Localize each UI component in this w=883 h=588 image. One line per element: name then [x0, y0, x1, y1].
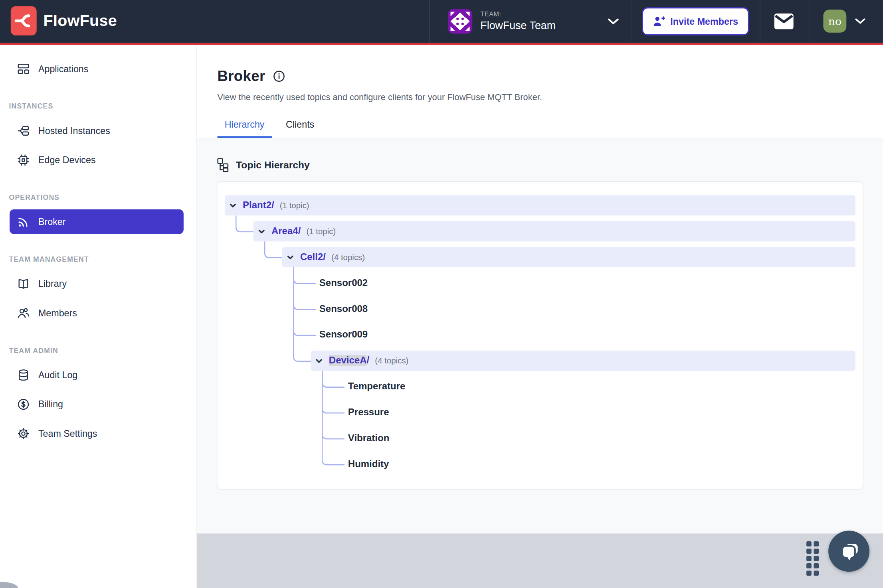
envelope-icon: [772, 11, 796, 32]
tab-bar: HierarchyClients: [218, 119, 863, 138]
applications-icon: [17, 62, 30, 75]
drag-dot: [806, 549, 812, 554]
drag-dot: [814, 556, 819, 561]
sidebar-item-applications[interactable]: Applications: [0, 56, 196, 81]
sidebar-item-label: Billing: [38, 399, 63, 409]
topic-row-temperature[interactable]: Temperature: [225, 377, 855, 397]
settings-gear-icon: [17, 427, 30, 440]
audit-log-database-icon: [17, 368, 30, 381]
drag-dot: [814, 570, 819, 576]
team-avatar-identicon: [448, 9, 473, 34]
nav-divider: [760, 0, 760, 43]
sidebar-item-hosted-instances[interactable]: Hosted Instances: [0, 118, 196, 143]
topic-row-devicea[interactable]: DeviceA/(4 topics): [225, 351, 855, 371]
sidebar-item-label: Hosted Instances: [38, 125, 110, 136]
topic-row-sensor009[interactable]: Sensor009: [225, 325, 855, 345]
topic-label: Area4/: [271, 226, 301, 237]
invite-members-label: Invite Members: [670, 16, 738, 27]
sidebar-item-label: Library: [38, 278, 67, 289]
drag-handle[interactable]: [806, 541, 819, 576]
topic-row-area4[interactable]: Area4/(1 topic): [225, 221, 855, 241]
topic-label: Cell2/: [300, 252, 326, 263]
topic-row-humidity[interactable]: Humidity: [225, 454, 855, 474]
user-plus-icon: [653, 16, 665, 27]
drag-dot: [814, 541, 819, 547]
page-header: Broker View the recently used topics and…: [197, 45, 883, 138]
app: FlowFuse TEAM: FlowFuse Team: [0, 0, 883, 588]
broker-rss-icon: [17, 215, 30, 228]
top-navbar: FlowFuse TEAM: FlowFuse Team: [0, 0, 883, 43]
chevron-down-icon[interactable]: [315, 357, 323, 365]
sidebar-item-audit-log[interactable]: Audit Log: [0, 362, 196, 387]
sidebar-item-label: Team Settings: [38, 428, 97, 439]
topic-count: (4 topics): [375, 356, 408, 365]
topic-count: (1 topic): [280, 201, 309, 210]
topic-tree: Plant2/(1 topic)Area4/(1 topic)Cell2/(4 …: [225, 195, 855, 475]
nav-divider: [809, 0, 809, 43]
chevron-down-icon[interactable]: [286, 253, 295, 261]
chat-button[interactable]: [828, 531, 869, 572]
tree-indent: [225, 247, 282, 267]
tab-hierarchy[interactable]: Hierarchy: [218, 119, 272, 138]
topic-branch-highlight: Area4/(1 topic): [253, 221, 855, 241]
flowfuse-logo-icon: [11, 6, 37, 36]
topic-row-pressure[interactable]: Pressure: [225, 403, 855, 423]
brand-name: FlowFuse: [44, 12, 117, 30]
sidebar-item-label: Members: [38, 308, 77, 318]
topic-hierarchy-card: Plant2/(1 topic)Area4/(1 topic)Cell2/(4 …: [217, 181, 863, 489]
sidebar-section-label: TEAM MANAGEMENT: [9, 255, 187, 263]
section-title: Topic Hierarchy: [236, 159, 310, 171]
sidebar-item-broker[interactable]: Broker: [10, 209, 184, 234]
user-menu[interactable]: no: [823, 10, 866, 33]
tree-indent: [225, 221, 253, 241]
topic-label: Sensor008: [319, 299, 368, 319]
topic-label: Sensor009: [319, 325, 368, 345]
topic-row-plant2[interactable]: Plant2/(1 topic): [225, 195, 855, 216]
sidebar-item-label: Applications: [38, 63, 89, 74]
sidebar-section-label: OPERATIONS: [9, 193, 187, 201]
brand[interactable]: FlowFuse: [11, 6, 117, 36]
topic-row-cell2[interactable]: Cell2/(4 topics): [225, 247, 855, 267]
chevron-down-icon[interactable]: [229, 201, 237, 209]
notifications-button[interactable]: [772, 11, 796, 32]
hierarchy-tree-icon: [217, 158, 229, 172]
topic-label: DeviceA/: [329, 355, 369, 366]
topic-label: Humidity: [348, 454, 389, 474]
topic-label: Plant2/: [243, 200, 274, 211]
drag-dot: [806, 541, 812, 547]
topic-label: Temperature: [348, 377, 405, 397]
tab-clients[interactable]: Clients: [279, 119, 322, 138]
user-avatar: no: [823, 10, 846, 33]
topic-label: Sensor002: [319, 273, 368, 293]
hosted-instances-icon: [17, 124, 30, 137]
bottom-band: [197, 533, 883, 588]
drag-dot: [814, 549, 819, 554]
chevron-down-icon[interactable]: [257, 227, 266, 235]
billing-dollar-icon: [17, 398, 30, 410]
main-area: Broker View the recently used topics and…: [197, 45, 883, 588]
topic-branch-highlight: Plant2/(1 topic): [225, 195, 855, 216]
sidebar-item-team-settings[interactable]: Team Settings: [0, 421, 196, 446]
sidebar-item-edge-devices[interactable]: Edge Devices: [0, 148, 196, 172]
chevron-down-icon: [607, 18, 620, 26]
sidebar-item-library[interactable]: Library: [0, 271, 196, 296]
invite-members-button[interactable]: Invite Members: [642, 7, 749, 36]
topic-row-vibration[interactable]: Vibration: [225, 428, 855, 449]
tree-indent: [225, 351, 311, 371]
chevron-down-icon: [854, 18, 866, 25]
topic-row-sensor002[interactable]: Sensor002: [225, 273, 855, 293]
sidebar-item-billing[interactable]: Billing: [0, 392, 196, 416]
drag-dot: [806, 570, 812, 576]
sidebar-section-label: TEAM ADMIN: [9, 347, 187, 355]
topic-row-sensor008[interactable]: Sensor008: [225, 299, 855, 319]
info-icon[interactable]: [273, 70, 285, 83]
library-book-icon: [17, 277, 30, 290]
chat-bubble-icon: [837, 539, 861, 564]
page-title: Broker: [218, 67, 265, 85]
members-users-icon: [17, 306, 30, 319]
team-label: TEAM:: [480, 11, 556, 18]
sidebar-item-members[interactable]: Members: [0, 300, 196, 325]
team-selector[interactable]: TEAM: FlowFuse Team: [429, 0, 631, 43]
edge-devices-icon: [17, 153, 30, 166]
sidebar: ApplicationsINSTANCESHosted InstancesEdg…: [0, 45, 196, 588]
